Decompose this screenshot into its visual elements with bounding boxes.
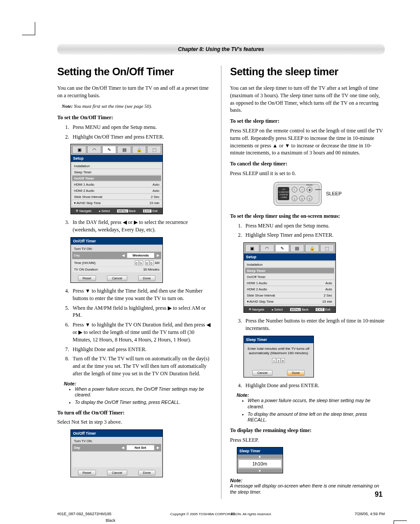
cancel-sleep-head: To cancel the sleep timer:	[230, 160, 385, 168]
footer-meta: #01E_087-092_566272HM195 91 7/28/05, 4:5…	[57, 512, 385, 516]
svg-text:3: 3	[309, 198, 310, 200]
right-column: Setting the sleep timer You can set the …	[230, 66, 385, 499]
turnoff-head: To turn off the On/Off Timer:	[57, 409, 212, 417]
osd-onoff-notset: On/Off Timer Turn TV ON: Day ◀Not Set▶ R…	[70, 429, 163, 477]
display-remain-body: Press SLEEP.	[230, 436, 385, 444]
svg-text:• CABLE/SAT: • CABLE/SAT	[278, 191, 289, 193]
done-button: Done	[287, 370, 305, 376]
svg-text:☼: ☼	[301, 189, 303, 191]
note-title: Note:	[64, 381, 212, 386]
svg-text:⏻: ⏻	[308, 189, 310, 191]
svg-text:• TV: • TV	[282, 188, 285, 191]
footer-color: Black	[106, 518, 115, 523]
preferences-icon: ⬚	[325, 246, 329, 251]
sleep-button-label: SLEEP	[326, 191, 342, 196]
lock-icon: 🔒	[309, 246, 315, 251]
step-4: Highlight Done and press ENTER.	[243, 382, 385, 389]
osd-sleep-input: Sleep Timer Enter total minutes until th…	[243, 336, 314, 377]
step-7: Highlight Done and press ENTER.	[70, 346, 212, 353]
cancel-button: Cancel	[107, 470, 127, 476]
svg-text:POWER: POWER	[306, 184, 313, 186]
to-set-head: To set the On/Off Timer:	[57, 114, 212, 121]
setup-icon: ✎	[280, 246, 284, 251]
note-title: Note:	[237, 392, 385, 398]
osd-onoff-weekends: On/Off Timer Turn TV ON: Day ◀Weekends▶ …	[70, 237, 163, 283]
preferences-icon: ⬚	[152, 147, 156, 152]
note-bullet: To display the amount of time left on th…	[248, 411, 385, 423]
set-sleep-head: To set the sleep timer:	[230, 117, 385, 125]
osd-sleep-menu: ▣ ◠ ✎ ▤ 🔒 ⬚ Setup Installation Sleep Tim…	[243, 242, 336, 313]
svg-text:• VCR/PVR: • VCR/PVR	[279, 194, 288, 196]
note-title: Note:	[230, 478, 385, 483]
cancel-button: Cancel	[107, 275, 127, 281]
setup-icon: ✎	[107, 147, 111, 152]
note-bullet: When a power failure occurs, the sleep t…	[248, 398, 385, 410]
step-3: In the DAY field, press ◀ or ▶ to select…	[70, 219, 212, 234]
done-button: Done	[138, 275, 156, 281]
step-4: Press ▼ to highlight the Time field, and…	[70, 287, 212, 302]
svg-text:2: 2	[301, 198, 302, 200]
audio-icon: ◠	[265, 246, 269, 251]
svg-text:• AUDIO: • AUDIO	[280, 196, 287, 198]
note-text: A message will display on-screen when th…	[230, 483, 385, 495]
step-5: When the AM/PM field is highlighted, pre…	[70, 304, 212, 319]
osd-setup-menu: ▣ ◠ ✎ ▤ 🔒 ⬚ Setup Installation Sleep Tim…	[70, 144, 163, 214]
step-2: Highlight On/Off Timer and press ENTER.	[70, 133, 212, 141]
display-remain-head: To display the remaining sleep time:	[230, 427, 385, 434]
picture-icon: ▣	[77, 147, 81, 152]
heading-sleep: Setting the sleep timer	[230, 66, 385, 78]
lock-icon: 🔒	[136, 147, 142, 152]
osd-sleep-head: To set the sleep timer using the on-scre…	[230, 213, 385, 220]
note-bullet: When a power failure occurs, the On/Off …	[75, 386, 212, 398]
reset-button: Reset	[78, 470, 96, 476]
note-first-set-time: Note: You must first set the time (see p…	[62, 103, 212, 110]
svg-text:☾: ☾	[294, 189, 295, 191]
chapter-header: Chapter 8: Using the TV's features	[57, 44, 385, 55]
step-2: Highlight Sleep Timer and press ENTER.	[243, 231, 385, 239]
osd-sleep-remaining: Sleep Timer ▲ 1h10m ▼	[237, 447, 283, 473]
intro-text: You can use the On/Off Timer to turn the…	[57, 84, 212, 99]
note-bullet: To display the On/Off Timer setting, pre…	[75, 399, 212, 406]
cancel-button: Cancel	[252, 370, 272, 376]
picture-icon: ▣	[250, 246, 254, 251]
page-number: 91	[375, 491, 383, 498]
cancel-sleep-body: Press SLEEP until it is set to 0.	[230, 170, 385, 177]
intro-text: You can set the sleep timer to turn off …	[230, 84, 385, 114]
step-6: Press ▼ to highlight the TV ON Duration …	[70, 321, 212, 343]
osd-title: Setup	[71, 155, 162, 162]
svg-text:1: 1	[294, 198, 295, 200]
step-1: Press MENU and open the Setup menu.	[243, 222, 385, 230]
heading-onoff: Setting the On/Off Timer	[57, 66, 212, 78]
step-8: Turn off the TV. The TV will turn on aut…	[70, 355, 212, 377]
remote-figure: • TV • CABLE/SAT • VCR/PVR • AUDIO ☾ ☼ ⏻…	[230, 182, 385, 206]
set-sleep-body: Press SLEEP on the remote control to set…	[230, 127, 385, 157]
step-3: Press the Number buttons to enter the le…	[243, 317, 385, 332]
step-1: Press MENU and open the Setup menu.	[70, 124, 212, 131]
audio-icon: ◠	[92, 147, 96, 152]
applications-icon: ▤	[295, 246, 299, 251]
left-column: Setting the On/Off Timer You can use the…	[57, 66, 212, 499]
done-button: Done	[138, 470, 156, 476]
reset-button: Reset	[78, 275, 96, 281]
applications-icon: ▤	[122, 147, 126, 152]
turnoff-body: Select Not Set in step 3 above.	[57, 418, 212, 426]
